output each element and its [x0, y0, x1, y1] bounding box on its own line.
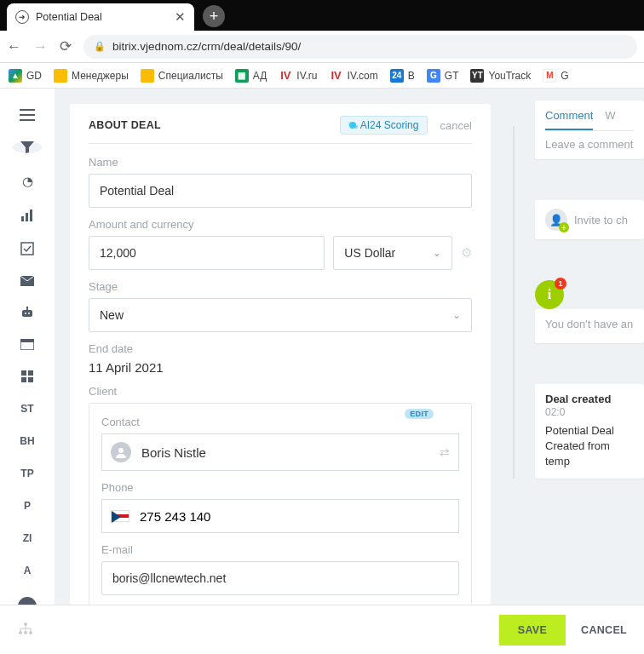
address-bar[interactable]: 🔒 bitrix.vjednom.cz/crm/deal/details/90/ — [83, 35, 637, 59]
svg-rect-8 — [26, 307, 28, 310]
contact-field[interactable]: Boris Nistle ⇄ — [101, 433, 459, 471]
bookmark-gt[interactable]: GGT — [427, 69, 459, 83]
robot-icon[interactable] — [13, 307, 42, 318]
svg-point-16 — [24, 622, 27, 626]
rail-zi[interactable]: ZI — [13, 532, 42, 544]
url-text: bitrix.vjednom.cz/crm/deal/details/90/ — [112, 40, 301, 53]
iv-icon: IV — [279, 69, 292, 83]
ai-scoring-button[interactable]: AI24 Scoring — [340, 116, 428, 135]
bookmark-specialists[interactable]: Специалисты — [141, 69, 223, 83]
gdrive-icon: ▲ — [9, 69, 22, 83]
comment-card: Comment W Leave a comment — [535, 100, 644, 159]
comment-placeholder[interactable]: Leave a comment — [545, 138, 633, 151]
svg-point-7 — [28, 313, 30, 314]
bookmark-g[interactable]: MG — [543, 69, 568, 83]
cancel-button[interactable]: CANCEL — [581, 624, 627, 636]
info-text: You don't have an — [545, 318, 633, 330]
name-input[interactable] — [89, 174, 472, 208]
browser-tab-strip: ➜ Potential Deal ✕ + — [0, 0, 644, 31]
rail-p[interactable]: P — [13, 500, 42, 512]
wait-tab[interactable]: W — [605, 109, 615, 130]
mail-icon[interactable] — [13, 276, 42, 286]
svg-rect-5 — [22, 310, 32, 317]
browser-tab[interactable]: ➜ Potential Deal ✕ — [7, 3, 194, 31]
sitemap-icon[interactable] — [19, 622, 32, 638]
amount-input[interactable] — [89, 236, 325, 270]
svg-rect-14 — [28, 377, 33, 382]
svg-point-15 — [118, 448, 124, 453]
window-icon[interactable] — [13, 339, 42, 350]
svg-point-17 — [19, 631, 22, 634]
stage-value: New — [100, 308, 124, 322]
stage-label: Stage — [89, 280, 472, 293]
info-node-icon: i 1 — [535, 280, 564, 309]
bookmark-gd[interactable]: ▲GD — [9, 69, 42, 83]
svg-rect-3 — [21, 243, 33, 255]
bookmark-ivcom[interactable]: IVIV.com — [330, 69, 378, 83]
phone-field[interactable]: 275 243 140 — [101, 499, 459, 533]
contact-value: Boris Nistle — [141, 445, 429, 460]
save-button[interactable]: SAVE — [499, 615, 566, 645]
tab-title: Potential Deal — [36, 11, 168, 23]
dc-line1: Potential Deal — [545, 423, 634, 439]
comment-tab[interactable]: Comment — [545, 109, 593, 130]
checkbox-icon[interactable] — [13, 242, 42, 255]
rail-tp[interactable]: TP — [13, 468, 42, 479]
b24-icon: 24 — [390, 69, 404, 83]
yt-icon: YT — [470, 69, 484, 83]
chevron-down-icon: ⌄ — [433, 247, 441, 259]
currency-value: US Dollar — [344, 246, 395, 260]
nav-reload-icon[interactable]: ⟳ — [60, 37, 72, 55]
client-card: Contact EDIT Boris Nistle ⇄ Phone 275 — [89, 403, 472, 605]
bookmark-ad[interactable]: ▦АД — [235, 69, 267, 83]
svg-point-18 — [24, 631, 27, 634]
name-label: Name — [89, 156, 472, 169]
gear-icon[interactable]: ⚙ — [461, 245, 472, 261]
rail-bh[interactable]: BH — [13, 435, 42, 447]
card-title: ABOUT DEAL — [89, 119, 161, 131]
svg-rect-13 — [21, 377, 26, 382]
header-cancel-link[interactable]: cancel — [440, 119, 472, 132]
rail-st[interactable]: ST — [13, 403, 42, 415]
nav-forward-icon[interactable]: → — [33, 38, 48, 55]
bookmark-managers[interactable]: Менеджеры — [54, 69, 129, 83]
apps-icon[interactable] — [13, 370, 42, 382]
phone-value: 275 243 140 — [140, 509, 210, 524]
svg-rect-12 — [28, 370, 33, 376]
lock-icon: 🔒 — [94, 41, 106, 52]
gt-icon: G — [427, 69, 440, 83]
currency-select[interactable]: US Dollar ⌄ — [333, 236, 452, 270]
left-sidebar: ◔ ST BH TP P ZI A ⌄ — [0, 89, 55, 605]
bookmarks-bar: ▲GD Менеджеры Специалисты ▦АД IVIV.ru IV… — [0, 63, 644, 89]
clock-icon[interactable]: ◔ — [13, 174, 42, 189]
menu-icon[interactable] — [13, 109, 42, 121]
svg-point-19 — [29, 631, 32, 634]
gmail-icon: M — [543, 69, 556, 83]
bookmark-b[interactable]: 24В — [390, 69, 415, 83]
filter-icon[interactable] — [13, 141, 42, 153]
swap-icon[interactable]: ⇄ — [440, 445, 450, 459]
invite-card[interactable]: 👤 Invite to ch — [535, 200, 644, 239]
new-tab-button[interactable]: + — [203, 5, 225, 27]
stage-select[interactable]: New ⌄ — [89, 298, 472, 332]
nav-back-icon[interactable]: ← — [7, 38, 21, 55]
bookmark-youtrack[interactable]: YTYouTrack — [470, 69, 531, 83]
chevron-down-icon: ⌄ — [452, 309, 461, 321]
timeline-column: Comment W Leave a comment 👤 Invite to ch — [499, 89, 644, 605]
info-badge: 1 — [555, 278, 566, 290]
action-bar: SAVE CANCEL — [0, 605, 644, 654]
deal-created-card: Deal created 02:0 Potential Deal Created… — [535, 384, 644, 479]
tab-close-icon[interactable]: ✕ — [175, 9, 186, 25]
rail-a[interactable]: A — [13, 565, 42, 577]
invite-text: Invite to ch — [574, 214, 628, 227]
bookmark-ivru[interactable]: IVIV.ru — [279, 69, 317, 83]
email-input[interactable] — [101, 561, 459, 595]
info-card[interactable]: You don't have an — [535, 309, 644, 343]
svg-rect-0 — [21, 216, 24, 221]
analytics-icon[interactable] — [13, 209, 42, 221]
enddate-value: 11 April 2021 — [89, 360, 472, 375]
svg-rect-11 — [21, 370, 26, 376]
email-label: E-mail — [101, 543, 459, 556]
dc-time: 02:0 — [545, 406, 565, 418]
edit-badge[interactable]: EDIT — [405, 409, 434, 419]
